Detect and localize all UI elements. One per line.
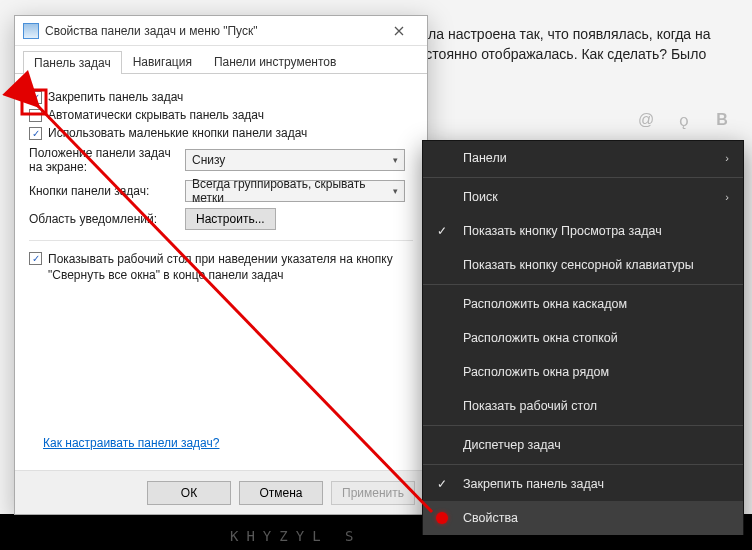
vk-icon[interactable]: B — [712, 110, 732, 130]
dialog-footer: ОК Отмена Применить — [15, 470, 427, 514]
dialog-titlebar[interactable]: Свойства панели задач и меню "Пуск" — [15, 16, 427, 46]
menu-item[interactable]: Диспетчер задач — [423, 428, 743, 462]
checkbox-autohide[interactable] — [29, 109, 42, 122]
dialog-title-icon — [23, 23, 39, 39]
menu-item[interactable]: Показать рабочий стол — [423, 389, 743, 423]
checkbox-label: Показывать рабочий стол при наведении ук… — [48, 251, 413, 283]
label-buttons: Кнопки панели задач: — [29, 184, 185, 198]
menu-item-label: Диспетчер задач — [463, 438, 561, 452]
combo-value: Всегда группировать, скрывать метки — [192, 177, 393, 205]
checkbox-lock-taskbar[interactable] — [29, 91, 42, 104]
checkbox-label: Использовать маленькие кнопки панели зад… — [48, 126, 307, 140]
menu-separator — [423, 425, 743, 426]
menu-item[interactable]: Расположить окна стопкой — [423, 321, 743, 355]
row-position: Положение панели задач на экране: Снизу … — [29, 146, 413, 174]
menu-item-label: Показать кнопку Просмотра задач — [463, 224, 662, 238]
combo-buttons[interactable]: Всегда группировать, скрывать метки ▾ — [185, 180, 405, 202]
row-buttons: Кнопки панели задач: Всегда группировать… — [29, 180, 413, 202]
menu-item[interactable]: Панели› — [423, 141, 743, 175]
menu-item-label: Показать рабочий стол — [463, 399, 597, 413]
tab-toolbars[interactable]: Панели инструментов — [203, 50, 347, 73]
chevron-down-icon: ▾ — [393, 155, 398, 165]
wallpaper-text: KHYZYL S — [230, 528, 361, 544]
odnoklassniki-icon[interactable]: ǫ — [674, 110, 694, 130]
share-icon-row: @ ǫ B — [636, 110, 732, 130]
menu-item[interactable]: Закрепить панель задач — [423, 467, 743, 501]
checkbox-label: Закрепить панель задач — [48, 90, 183, 104]
configure-button[interactable]: Настроить... — [185, 208, 276, 230]
ok-button[interactable]: ОК — [147, 481, 231, 505]
menu-item[interactable]: Расположить окна рядом — [423, 355, 743, 389]
annotation-dot — [436, 512, 448, 524]
label-notifications: Область уведомлений: — [29, 212, 185, 226]
dialog-body: Закрепить панель задач Автоматически скр… — [15, 74, 427, 293]
menu-item-label: Поиск — [463, 190, 498, 204]
checkbox-showdesktop-row: Показывать рабочий стол при наведении ук… — [29, 251, 413, 283]
checkbox-label: Автоматически скрывать панель задач — [48, 108, 264, 122]
taskbar-properties-dialog: Свойства панели задач и меню "Пуск" Пане… — [14, 15, 428, 515]
at-icon[interactable]: @ — [636, 110, 656, 130]
menu-item[interactable]: Показать кнопку сенсорной клавиатуры — [423, 248, 743, 282]
close-icon[interactable] — [379, 19, 419, 43]
menu-item-label: Панели — [463, 151, 507, 165]
cancel-button[interactable]: Отмена — [239, 481, 323, 505]
dialog-title: Свойства панели задач и меню "Пуск" — [45, 24, 379, 38]
chevron-down-icon: ▾ — [393, 186, 398, 196]
menu-separator — [423, 464, 743, 465]
checkbox-showdesktop[interactable] — [29, 252, 42, 265]
divider — [29, 240, 413, 241]
menu-separator — [423, 177, 743, 178]
menu-item-label: Закрепить панель задач — [463, 477, 604, 491]
menu-item-label: Показать кнопку сенсорной клавиатуры — [463, 258, 694, 272]
checkbox-autohide-row: Автоматически скрывать панель задач — [29, 108, 413, 122]
combo-position[interactable]: Снизу ▾ — [185, 149, 405, 171]
tab-navigation[interactable]: Навигация — [122, 50, 203, 73]
menu-item-label: Расположить окна каскадом — [463, 297, 627, 311]
menu-item-label: Расположить окна рядом — [463, 365, 609, 379]
chevron-right-icon: › — [725, 191, 729, 203]
checkbox-small-buttons-row: Использовать маленькие кнопки панели зад… — [29, 126, 413, 140]
row-notifications: Область уведомлений: Настроить... — [29, 208, 413, 230]
menu-separator — [423, 284, 743, 285]
menu-item[interactable]: Расположить окна каскадом — [423, 287, 743, 321]
menu-item[interactable]: Поиск› — [423, 180, 743, 214]
menu-item[interactable]: Свойства — [423, 501, 743, 535]
chevron-right-icon: › — [725, 152, 729, 164]
menu-item-label: Свойства — [463, 511, 518, 525]
checkbox-small-buttons[interactable] — [29, 127, 42, 140]
menu-item[interactable]: Показать кнопку Просмотра задач — [423, 214, 743, 248]
menu-item-label: Расположить окна стопкой — [463, 331, 618, 345]
apply-button[interactable]: Применить — [331, 481, 415, 505]
label-position: Положение панели задач на экране: — [29, 146, 185, 174]
taskbar-context-menu: Панели›Поиск›Показать кнопку Просмотра з… — [422, 140, 744, 535]
background-paragraph: была настроена так, что появлялась, когд… — [410, 25, 742, 64]
tab-taskbar[interactable]: Панель задач — [23, 51, 122, 74]
dialog-tabs: Панель задач Навигация Панели инструмент… — [15, 46, 427, 74]
help-link[interactable]: Как настраивать панели задач? — [43, 436, 219, 450]
combo-value: Снизу — [192, 153, 225, 167]
checkbox-lock-taskbar-row: Закрепить панель задач — [29, 90, 413, 104]
